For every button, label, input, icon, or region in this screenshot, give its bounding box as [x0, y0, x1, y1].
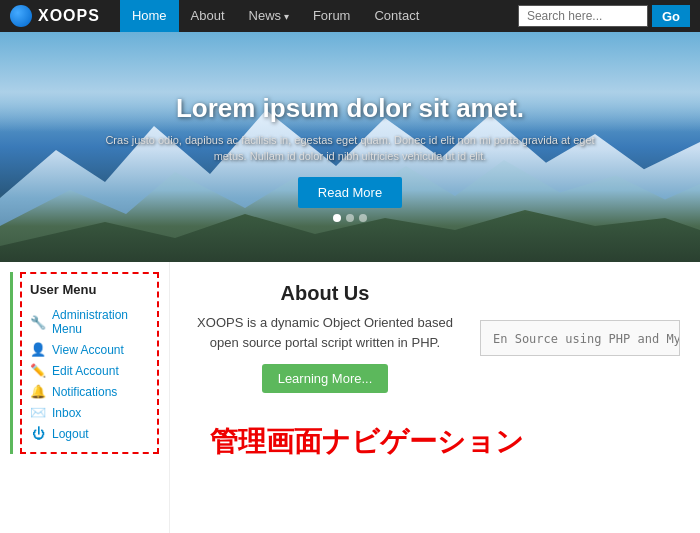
menu-item-admin-label: Administration Menu	[52, 308, 149, 336]
menu-item-notifications-label: Notifications	[52, 385, 117, 399]
search-form: Go	[518, 5, 690, 27]
brand-logo-icon	[10, 5, 32, 27]
main-content: User Menu 🔧 Administration Menu 👤 View A…	[0, 262, 700, 533]
admin-nav-label: 管理画面ナビゲーション	[190, 423, 680, 461]
hero-dot-1[interactable]	[333, 214, 341, 222]
hero-overlay: Lorem ipsum dolor sit amet. Cras justo o…	[0, 32, 700, 262]
sidebar-border-accent: User Menu 🔧 Administration Menu 👤 View A…	[10, 272, 159, 454]
power-icon: ⏻	[30, 426, 46, 441]
hero-dot-2[interactable]	[346, 214, 354, 222]
user-menu-box: User Menu 🔧 Administration Menu 👤 View A…	[20, 272, 159, 454]
menu-item-admin[interactable]: 🔧 Administration Menu	[30, 305, 149, 339]
wrench-icon: 🔧	[30, 315, 46, 330]
about-title: About Us	[190, 282, 460, 305]
about-section: About Us XOOPS is a dynamic Object Orien…	[190, 282, 680, 393]
hero-subtitle: Cras justo odio, dapibus ac facilisis in…	[100, 132, 600, 165]
menu-item-edit-account-label: Edit Account	[52, 364, 119, 378]
user-menu-title: User Menu	[30, 282, 149, 297]
learning-more-button[interactable]: Learning More...	[262, 364, 389, 393]
content-area: About Us XOOPS is a dynamic Object Orien…	[170, 262, 700, 533]
php-marquee: En Source using PHP and MyS	[480, 320, 680, 356]
user-icon: 👤	[30, 342, 46, 357]
brand-name: XOOPS	[38, 7, 100, 25]
menu-item-inbox[interactable]: ✉️ Inbox	[30, 402, 149, 423]
edit-icon: ✏️	[30, 363, 46, 378]
menu-item-logout[interactable]: ⏻ Logout	[30, 423, 149, 444]
nav-about[interactable]: About	[179, 0, 237, 32]
about-text: About Us XOOPS is a dynamic Object Orien…	[190, 282, 460, 393]
nav-home[interactable]: Home	[120, 0, 179, 32]
hero-dot-3[interactable]	[359, 214, 367, 222]
menu-item-edit-account[interactable]: ✏️ Edit Account	[30, 360, 149, 381]
navbar: XOOPS Home About News Forum Contact Go	[0, 0, 700, 32]
hero-title: Lorem ipsum dolor sit amet.	[176, 93, 524, 124]
menu-item-view-account[interactable]: 👤 View Account	[30, 339, 149, 360]
menu-item-notifications[interactable]: 🔔 Notifications	[30, 381, 149, 402]
nav-links: Home About News Forum Contact	[120, 0, 518, 32]
hero-dots	[333, 214, 367, 222]
search-input[interactable]	[518, 5, 648, 27]
nav-contact[interactable]: Contact	[362, 0, 431, 32]
nav-news[interactable]: News	[237, 0, 301, 32]
menu-item-view-account-label: View Account	[52, 343, 124, 357]
bell-icon: 🔔	[30, 384, 46, 399]
search-button[interactable]: Go	[652, 5, 690, 27]
mail-icon: ✉️	[30, 405, 46, 420]
brand: XOOPS	[10, 5, 100, 27]
sidebar: User Menu 🔧 Administration Menu 👤 View A…	[0, 262, 170, 533]
hero-banner: Lorem ipsum dolor sit amet. Cras justo o…	[0, 32, 700, 262]
nav-forum[interactable]: Forum	[301, 0, 363, 32]
menu-item-logout-label: Logout	[52, 427, 89, 441]
menu-item-inbox-label: Inbox	[52, 406, 81, 420]
hero-read-more-button[interactable]: Read More	[298, 177, 402, 208]
about-description: XOOPS is a dynamic Object Oriented based…	[190, 313, 460, 352]
